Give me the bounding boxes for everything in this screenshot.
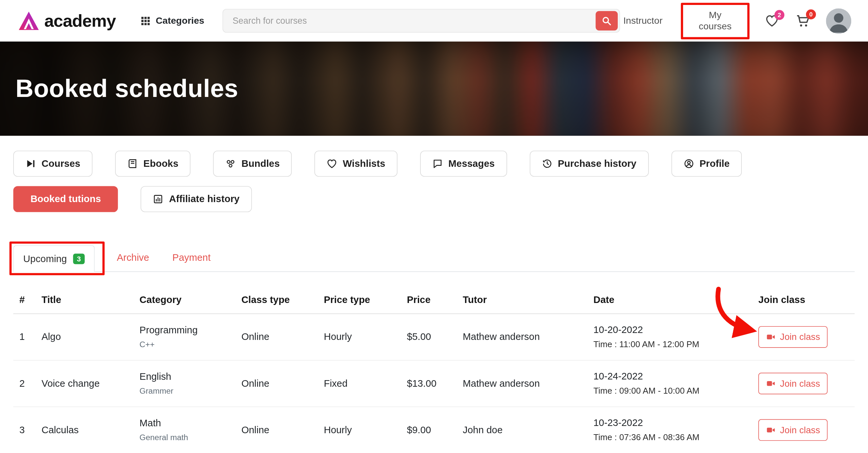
category-name: Math: [140, 418, 241, 429]
header-tutor: Tutor: [463, 294, 593, 306]
cell-num: 2: [20, 378, 41, 389]
cell-category: Programming C++: [140, 325, 241, 349]
join-class-button[interactable]: Join class: [758, 419, 828, 441]
cart-button[interactable]: 0: [795, 13, 811, 28]
menu-item-label: Ebooks: [143, 158, 178, 170]
cell-price-type: Fixed: [324, 378, 407, 389]
cell-price: $9.00: [407, 424, 463, 435]
cell-join: Join class: [758, 326, 855, 348]
brand-name: academy: [44, 11, 116, 31]
cell-class-type: Online: [241, 424, 323, 435]
categories-label: Categories: [156, 15, 204, 26]
course-search: [222, 9, 620, 33]
menu-item-label: Purchase history: [558, 158, 637, 170]
cell-price: $13.00: [407, 378, 463, 389]
my-courses-link[interactable]: My courses: [689, 9, 741, 33]
header-class-type: Class type: [241, 294, 323, 306]
subcategory-name: Grammer: [140, 387, 241, 396]
cell-category: English Grammer: [140, 371, 241, 395]
cell-class-type: Online: [241, 331, 323, 342]
menu-item-label: Booked tutions: [30, 193, 101, 205]
search-input[interactable]: [222, 9, 620, 33]
menu-item-label: Affiliate history: [169, 193, 240, 205]
wishlist-button[interactable]: 2: [765, 14, 779, 28]
user-avatar[interactable]: [826, 8, 851, 33]
menu-item-label: Courses: [41, 158, 81, 170]
cart-count-badge: 0: [806, 9, 816, 20]
cell-num: 3: [20, 424, 41, 435]
menu-item-affiliate-history[interactable]: Affiliate history: [141, 186, 252, 212]
subcategory-name: C++: [140, 340, 241, 349]
page-title: Booked schedules: [16, 74, 238, 103]
cell-join: Join class: [758, 372, 855, 394]
menu-item-booked-tutions[interactable]: Booked tutions: [13, 186, 118, 212]
top-navbar: academy Categories Instructor My courses…: [0, 0, 868, 41]
category-name: Programming: [140, 325, 241, 336]
instructor-link[interactable]: Instructor: [620, 15, 666, 27]
brand-link[interactable]: academy: [18, 11, 116, 31]
heart-icon: [327, 158, 337, 169]
menu-item-label: Profile: [700, 158, 730, 170]
menu-item-profile[interactable]: Profile: [671, 151, 742, 177]
cell-price-type: Hourly: [324, 424, 407, 435]
menu-item-label: Messages: [448, 158, 495, 170]
tab-payment[interactable]: Payment: [172, 252, 212, 271]
avatar-placeholder-icon: [826, 8, 851, 33]
annotation-rect-my-courses: My courses: [681, 3, 750, 39]
header-category: Category: [140, 294, 241, 306]
table-row: 1 Algo Programming C++ Online Hourly $5.…: [13, 314, 855, 360]
tab-archive[interactable]: Archive: [116, 252, 150, 271]
join-class-button[interactable]: Join class: [758, 372, 828, 394]
hero-banner: Booked schedules: [0, 41, 868, 136]
cell-date: 10-24-2022 Time : 09:00 AM - 10:00 AM: [593, 370, 758, 396]
academy-logo-icon: [18, 11, 39, 31]
time-value: Time : 11:00 AM - 12:00 PM: [593, 340, 758, 350]
join-class-button[interactable]: Join class: [758, 326, 828, 348]
header-title: Title: [41, 294, 140, 306]
cell-class-type: Online: [241, 378, 323, 389]
schedule-tabs: Upcoming 3 Archive Payment: [13, 245, 855, 272]
header-num: #: [20, 294, 41, 306]
tab-upcoming[interactable]: Upcoming 3: [13, 245, 95, 272]
header-date: Date: [593, 294, 758, 306]
time-value: Time : 07:36 AM - 08:36 AM: [593, 432, 758, 443]
tab-upcoming-label: Upcoming: [23, 253, 67, 264]
table-header-row: # Title Category Class type Price type P…: [13, 288, 855, 314]
table-row: 2 Voice change English Grammer Online Fi…: [13, 361, 855, 407]
cell-price-type: Hourly: [324, 331, 407, 342]
search-icon: [601, 16, 612, 26]
grid-icon: [140, 16, 151, 26]
table-row: 3 Calculas Math General math Online Hour…: [13, 407, 855, 453]
cell-tutor: Mathew anderson: [463, 378, 593, 389]
date-value: 10-24-2022: [593, 370, 758, 382]
wishlist-count-badge: 2: [774, 10, 784, 20]
cell-price: $5.00: [407, 331, 463, 342]
date-value: 10-20-2022: [593, 324, 758, 336]
cell-tutor: Mathew anderson: [463, 331, 593, 342]
play-skip-icon: [25, 158, 36, 169]
cell-date: 10-20-2022 Time : 11:00 AM - 12:00 PM: [593, 324, 758, 350]
categories-button[interactable]: Categories: [137, 15, 208, 27]
user-circle-icon: [683, 158, 694, 169]
menu-item-purchase-history[interactable]: Purchase history: [530, 151, 649, 177]
book-icon: [127, 158, 138, 169]
header-price: Price: [407, 294, 463, 306]
video-camera-icon: [766, 379, 776, 388]
chat-icon: [432, 158, 443, 169]
video-camera-icon: [766, 332, 776, 341]
navbar-right: Instructor My courses 2 0: [620, 3, 851, 39]
menu-item-wishlists[interactable]: Wishlists: [315, 151, 397, 177]
header-price-type: Price type: [324, 294, 407, 306]
menu-item-bundles[interactable]: Bundles: [213, 151, 292, 177]
cell-title: Algo: [41, 331, 140, 342]
account-menu: Courses Ebooks Bundles Wishlists Message…: [0, 136, 868, 212]
page: academy Categories Instructor My courses…: [0, 0, 868, 453]
menu-item-ebooks[interactable]: Ebooks: [115, 151, 190, 177]
cell-title: Calculas: [41, 424, 140, 435]
menu-item-courses[interactable]: Courses: [13, 151, 92, 177]
search-button[interactable]: [595, 11, 618, 31]
time-value: Time : 09:00 AM - 10:00 AM: [593, 386, 758, 396]
cell-tutor: John doe: [463, 424, 593, 435]
menu-item-messages[interactable]: Messages: [420, 151, 507, 177]
cell-category: Math General math: [140, 418, 241, 442]
